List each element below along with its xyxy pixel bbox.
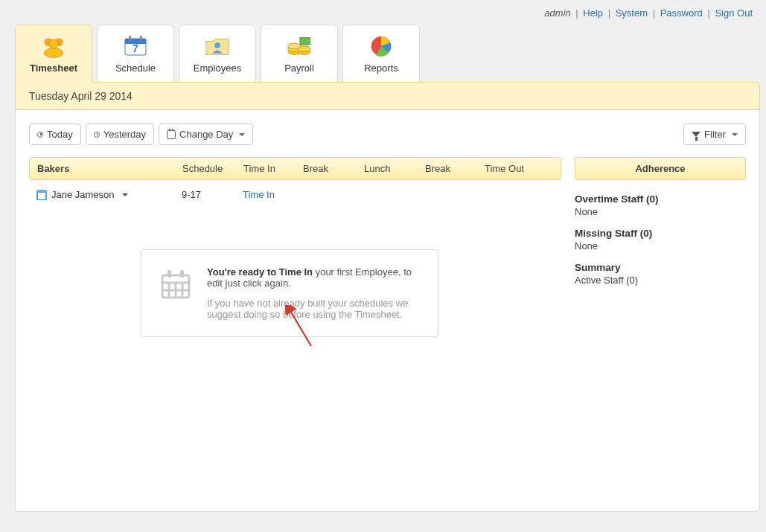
table-row: Jane Jameson 9-17 Time In: [29, 180, 561, 205]
filter-icon: [692, 132, 700, 137]
tab-employees[interactable]: Employees: [179, 25, 256, 83]
svg-point-9: [214, 42, 220, 48]
employee-name: Jane Jameson: [51, 189, 115, 200]
callout-line1: You're ready to Time In your first Emplo…: [207, 266, 421, 289]
calendar-icon: [167, 130, 176, 139]
main-tabs: Timesheet 7 Schedule Employees: [6, 25, 760, 82]
adherence-panel: Adherence Overtime Staff (0) None Missin…: [575, 157, 746, 337]
svg-rect-7: [129, 36, 131, 41]
system-link[interactable]: System: [616, 7, 648, 19]
button-label: Yesterday: [103, 129, 146, 140]
main-panel: Today Yesterday Change Day Filter Bakers…: [15, 110, 760, 512]
col-break: Break: [303, 163, 364, 174]
current-date: Tuesday April 29 2014: [29, 90, 133, 102]
summary-block: Summary Active Staff (0): [575, 262, 746, 286]
tab-timesheet[interactable]: Timesheet: [15, 25, 92, 83]
col-schedule: Schedule: [182, 163, 243, 174]
tab-label: Reports: [364, 63, 398, 74]
overtime-block: Overtime Staff (0) None: [575, 193, 746, 217]
chevron-down-icon: [239, 133, 245, 136]
chevron-down-icon: [122, 193, 128, 196]
date-bar: Tuesday April 29 2014: [15, 82, 760, 110]
filter-button[interactable]: Filter: [683, 124, 746, 145]
timesheet-table: Bakers Schedule Time In Break Lunch Brea…: [29, 157, 561, 337]
top-bar: admin | Help | System | Password | Sign …: [6, 6, 760, 25]
schedule-cell: 9-17: [182, 189, 243, 200]
clock-icon: [37, 132, 43, 138]
tab-reports[interactable]: Reports: [342, 25, 420, 83]
summary-value: Active Staff (0): [575, 275, 746, 286]
time-in-link[interactable]: Time In: [243, 189, 275, 200]
table-header: Bakers Schedule Time In Break Lunch Brea…: [29, 157, 561, 180]
tab-label: Payroll: [284, 63, 314, 74]
tab-label: Timesheet: [30, 63, 77, 74]
pie-chart-icon: [368, 34, 395, 58]
svg-point-3: [44, 48, 63, 57]
button-label: Today: [47, 129, 73, 140]
svg-rect-22: [167, 270, 171, 278]
yesterday-button[interactable]: Yesterday: [86, 124, 154, 145]
calendar-large-icon: [158, 266, 194, 302]
col-timein: Time In: [243, 163, 303, 174]
col-break2: Break: [425, 163, 485, 174]
tab-label: Employees: [194, 63, 241, 74]
people-icon: [40, 34, 67, 58]
onboarding-callout: You're ready to Time In your first Emplo…: [141, 249, 438, 337]
toolbar: Today Yesterday Change Day Filter: [29, 124, 746, 145]
password-link[interactable]: Password: [660, 7, 703, 19]
svg-rect-8: [140, 36, 142, 41]
tab-payroll[interactable]: Payroll: [261, 25, 338, 83]
summary-title: Summary: [575, 262, 746, 273]
adherence-header: Adherence: [575, 157, 746, 180]
col-group: Bakers: [37, 163, 182, 174]
callout-line2: If you have not already built your sched…: [207, 298, 421, 320]
overtime-title: Overtime Staff (0): [575, 193, 746, 205]
change-day-button[interactable]: Change Day: [159, 124, 253, 145]
svg-text:7: 7: [133, 42, 138, 54]
tab-schedule[interactable]: 7 Schedule: [97, 25, 174, 83]
adherence-title: Adherence: [635, 163, 685, 174]
chevron-down-icon: [732, 133, 738, 136]
col-timeout: Time Out: [485, 163, 544, 174]
calendar-icon: 7: [122, 34, 149, 58]
signout-link[interactable]: Sign Out: [715, 7, 753, 19]
missing-value: None: [575, 240, 746, 251]
missing-block: Missing Staff (0) None: [575, 228, 746, 251]
help-link[interactable]: Help: [583, 7, 603, 19]
folder-person-icon: [204, 34, 231, 58]
callout-bold: You're ready to Time In: [207, 266, 313, 278]
clock-icon: [94, 132, 100, 138]
svg-point-14: [298, 46, 310, 52]
overtime-value: None: [575, 206, 746, 217]
col-lunch: Lunch: [364, 163, 425, 174]
today-button[interactable]: Today: [29, 124, 81, 145]
calendar-mini-icon: [36, 190, 47, 200]
svg-rect-23: [180, 270, 184, 278]
missing-title: Missing Staff (0): [575, 228, 746, 239]
tab-label: Schedule: [115, 63, 156, 74]
employee-cell[interactable]: Jane Jameson: [36, 189, 182, 200]
svg-point-2: [49, 39, 59, 49]
current-user: admin: [544, 7, 570, 19]
button-label: Filter: [704, 129, 726, 140]
coins-icon: [286, 34, 313, 58]
button-label: Change Day: [179, 129, 233, 140]
